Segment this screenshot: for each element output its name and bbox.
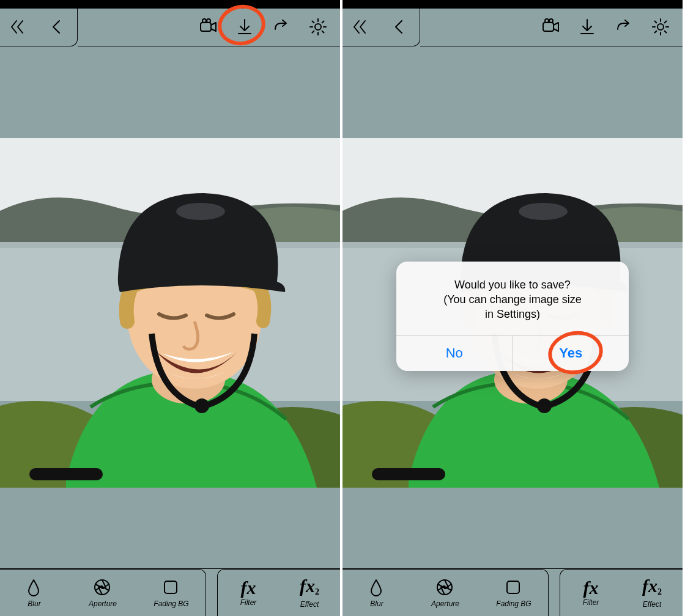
dialog-line1: Would you like to save?	[410, 277, 615, 292]
tool-group	[420, 9, 683, 46]
tool-fadingbg-label: Fading BG	[154, 600, 188, 608]
tool-fading-bg[interactable]: Fading BG	[480, 570, 548, 616]
download-icon[interactable]	[234, 16, 257, 39]
square-icon	[161, 578, 182, 598]
save-dialog: Would you like to save? (You can change …	[396, 262, 629, 371]
video-camera-icon[interactable]	[539, 16, 563, 39]
status-bar	[0, 0, 340, 9]
aperture-icon	[435, 578, 456, 598]
nav-group	[0, 9, 78, 46]
screenshot-left: Blur Aperture Fading BG fx Filter fx2 Ef…	[0, 0, 342, 616]
tool-filter-label: Filter	[583, 598, 599, 607]
status-bar	[342, 0, 683, 9]
gear-icon[interactable]	[650, 16, 673, 39]
drop-icon	[24, 578, 45, 598]
top-toolbar	[342, 9, 683, 46]
tool-fadingbg-label: Fading BG	[496, 600, 531, 608]
share-icon[interactable]	[270, 16, 294, 39]
dialog-message: Would you like to save? (You can change …	[396, 262, 629, 335]
screenshot-right: Would you like to save? (You can change …	[342, 0, 685, 616]
fx-icon: fx	[241, 579, 256, 597]
dialog-buttons: No Yes	[396, 335, 629, 371]
tool-group	[78, 9, 340, 46]
bottom-group-right: fx Filter fx2 Effect	[217, 569, 340, 616]
gear-icon[interactable]	[307, 16, 330, 39]
tool-effect-label: Effect	[643, 600, 662, 609]
bottom-group-left: Blur Aperture Fading BG	[342, 569, 549, 616]
tool-blur-label: Blur	[28, 600, 40, 608]
share-icon[interactable]	[613, 16, 636, 39]
photo-canvas[interactable]	[0, 138, 340, 488]
dialog-yes-button[interactable]: Yes	[513, 336, 629, 371]
tool-filter[interactable]: fx Filter	[218, 570, 279, 616]
back-button[interactable]	[45, 16, 68, 39]
fx-icon: fx	[583, 579, 599, 597]
back-button[interactable]	[388, 16, 411, 39]
tool-aperture-label: Aperture	[431, 600, 459, 608]
tool-blur[interactable]: Blur	[342, 570, 411, 616]
back-all-button[interactable]	[6, 16, 29, 39]
bottom-toolbar: Blur Aperture Fading BG fx Filter fx2 Ef…	[342, 568, 683, 616]
top-toolbar	[0, 9, 340, 46]
tool-blur-label: Blur	[370, 600, 383, 608]
tool-blur[interactable]: Blur	[0, 570, 68, 616]
fx2-icon: fx2	[642, 577, 662, 599]
aperture-icon	[92, 578, 113, 598]
tool-aperture[interactable]: Aperture	[411, 570, 480, 616]
tool-effect[interactable]: fx2 Effect	[279, 570, 340, 616]
download-icon[interactable]	[576, 16, 599, 39]
tool-aperture[interactable]: Aperture	[68, 570, 137, 616]
dialog-line3: in Settings)	[410, 307, 615, 321]
bottom-group-left: Blur Aperture Fading BG	[0, 569, 206, 616]
video-camera-icon[interactable]	[197, 16, 220, 39]
dialog-line2: (You can change image size	[410, 292, 615, 307]
dialog-no-button[interactable]: No	[396, 336, 513, 371]
tool-filter[interactable]: fx Filter	[560, 570, 621, 616]
tool-filter-label: Filter	[240, 598, 257, 607]
tool-aperture-label: Aperture	[89, 600, 117, 608]
square-icon	[503, 578, 524, 598]
tool-effect-label: Effect	[300, 600, 319, 609]
fx2-icon: fx2	[300, 577, 319, 599]
nav-group	[342, 9, 420, 46]
tool-effect[interactable]: fx2 Effect	[621, 570, 683, 616]
bottom-toolbar: Blur Aperture Fading BG fx Filter fx2 Ef…	[0, 568, 340, 616]
back-all-button[interactable]	[349, 16, 372, 39]
drop-icon	[366, 578, 387, 598]
tool-fading-bg[interactable]: Fading BG	[137, 570, 206, 616]
bottom-group-right: fx Filter fx2 Effect	[560, 569, 683, 616]
